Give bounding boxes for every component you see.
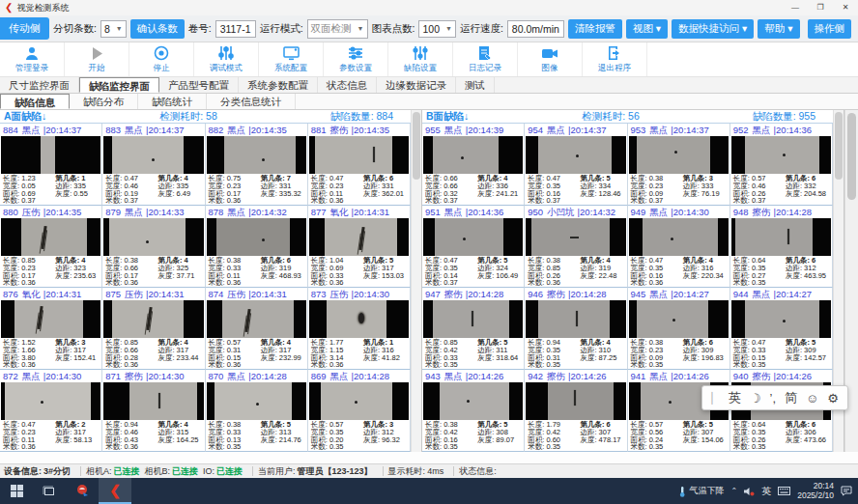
panel-scrollbar[interactable] (411, 110, 421, 452)
sub-tab-0[interactable]: 缺陷信息 (0, 94, 70, 109)
defect-card[interactable]: 874压伤|20:14:31 长度: 0.57宽度: 0.31面积: 0.15米… (206, 288, 308, 370)
metric: 灰度: 473.66 (786, 436, 832, 444)
operation-side-tag[interactable]: 操作侧 (808, 19, 852, 39)
main-tab-2[interactable]: 产品型号配置 (159, 77, 239, 93)
action-stop[interactable]: 停止 (129, 42, 194, 76)
defect-card[interactable]: 940擦伤|20:14:26 长度: 0.64宽度: 0.35面积: 0.26米… (730, 370, 833, 452)
main-tab-6[interactable]: 测试 (456, 77, 495, 93)
defect-card[interactable]: 942擦伤|20:14:26 长度: 1.79宽度: 0.42面积: 0.60米… (525, 370, 627, 452)
main-tab-4[interactable]: 状态信息 (318, 77, 377, 93)
defect-id: 951 (425, 207, 441, 217)
defect-card[interactable]: 871擦伤|20:14:30 长度: 0.94宽度: 0.46面积: 0.43米… (102, 370, 205, 452)
action-camera[interactable]: 图像 (518, 42, 583, 76)
defect-metrics-right: 第几条: 4边距: 317灰度: 233.44 (157, 339, 204, 369)
defect-card[interactable]: 948擦伤|20:14:28 长度: 0.64宽度: 0.35面积: 0.27米… (730, 206, 833, 288)
roll-number-input[interactable]: 3117-1 (215, 20, 256, 38)
defect-card[interactable]: 952黑点|20:14:36 长度: 0.57宽度: 0.46面积: 0.26米… (730, 124, 833, 206)
params-icon (348, 45, 363, 62)
defect-time: |20:14:30 (352, 289, 389, 299)
start-button[interactable] (0, 478, 33, 504)
defect-card[interactable]: 884黑点|20:14:37 长度: 1.23宽度: 0.05面积: 0.69米… (0, 124, 102, 206)
confirm-count-button[interactable]: 确认条数 (130, 19, 185, 39)
scrollbar-thumb[interactable] (847, 113, 856, 200)
defect-card[interactable]: 953黑点|20:14:37 长度: 0.38宽度: 0.23面积: 0.09米… (628, 124, 730, 206)
defect-card[interactable]: 875压伤|20:14:31 长度: 0.85宽度: 0.66面积: 0.28米… (102, 288, 205, 370)
defect-card[interactable]: 949黑点|20:14:30 长度: 0.47宽度: 0.35面积: 0.16米… (628, 206, 730, 288)
clear-alarm-button[interactable]: 清除报警 (568, 19, 622, 39)
tray-expand-button[interactable]: ⌃ (730, 487, 737, 495)
help-menu-button[interactable]: 帮助 ▾ (758, 19, 799, 39)
defect-card[interactable]: 883黑点|20:14:37 长度: 0.47宽度: 0.46面积: 0.19米… (102, 124, 205, 206)
scrollbar-thumb[interactable] (413, 112, 420, 180)
defect-card[interactable]: 872黑点|20:14:30 长度: 0.47宽度: 0.23面积: 0.11米… (0, 370, 102, 452)
defect-card[interactable]: 876氧化|20:14:31 长度: 1.52宽度: 1.66面积: 3.80米… (0, 288, 102, 370)
notification-center-button[interactable] (841, 486, 852, 496)
defect-card[interactable]: 877氧化|20:14:31 长度: 1.04宽度: 0.69面积: 0.33米… (308, 206, 411, 288)
defect-image (1, 300, 100, 339)
close-button[interactable]: ✕ (833, 0, 858, 15)
sub-tab-3[interactable]: 分类信息统计 (207, 94, 296, 109)
action-params[interactable]: 参数设置 (324, 42, 388, 76)
main-tab-1[interactable]: 缺陷监控界面 (79, 77, 159, 93)
defect-card[interactable]: 951黑点|20:14:36 长度: 0.47宽度: 0.35面积: 0.14米… (422, 206, 525, 288)
touch-keyboard-icon[interactable] (778, 487, 790, 495)
quick-access-menu-button[interactable]: 数据快捷访问 ▾ (672, 19, 754, 39)
volume-icon[interactable] (744, 487, 755, 496)
sub-tab-2[interactable]: 缺陷统计 (138, 94, 207, 109)
user-icon (24, 45, 40, 62)
material-strip (21, 218, 87, 257)
maximize-button[interactable]: ❐ (808, 0, 833, 15)
main-tab-5[interactable]: 边缘数据记录 (377, 77, 456, 93)
ime-item-0[interactable]: 英 (729, 389, 741, 406)
defect-card[interactable]: 944黑点|20:14:27 长度: 0.47宽度: 0.33面积: 0.15米… (730, 288, 833, 370)
ime-item-5[interactable]: ⚙ (827, 391, 839, 406)
chart-points-select[interactable]: 100▼ (418, 20, 455, 38)
defect-card[interactable]: 881擦伤|20:14:35 长度: 0.47宽度: 0.23面积: 0.11米… (308, 124, 411, 206)
action-log[interactable]: 日志记录 (453, 42, 518, 76)
defect-card[interactable]: 945黑点|20:14:27 长度: 0.38宽度: 0.23面积: 0.09米… (628, 288, 730, 370)
main-tab-3[interactable]: 系统参数配置 (239, 77, 318, 93)
action-monitor[interactable]: 系统配置 (259, 42, 324, 76)
defect-card[interactable]: 947擦伤|20:14:28 长度: 0.85宽度: 0.42面积: 0.33米… (422, 288, 525, 370)
defect-card[interactable]: 954黑点|20:14:37 长度: 0.47宽度: 0.35面积: 0.16米… (525, 124, 627, 206)
defect-card[interactable]: 882黑点|20:14:35 长度: 0.75宽度: 0.23面积: 0.17米… (206, 124, 308, 206)
split-count-select[interactable]: 8▼ (100, 20, 127, 38)
defect-card[interactable]: 946擦伤|20:14:28 长度: 0.94宽度: 0.35面积: 0.31米… (525, 288, 627, 370)
action-play[interactable]: 开始 (65, 42, 129, 76)
sub-tab-1[interactable]: 缺陷分布 (70, 94, 138, 109)
action-user[interactable]: 管理登录 (0, 42, 65, 76)
minimize-button[interactable]: — (783, 0, 808, 15)
ime-mode-indicator[interactable]: 英 (761, 485, 771, 498)
ime-item-3[interactable]: 简 (785, 389, 797, 406)
weather-tray-item[interactable]: 气温下降 (678, 485, 724, 497)
defect-type: 擦伤 (330, 125, 349, 135)
defect-card[interactable]: 941黑点|20:14:26 长度: 0.57宽度: 0.56面积: 0.24米… (628, 370, 730, 452)
defect-image (207, 136, 306, 175)
action-debug[interactable]: 调试模式 (194, 42, 259, 76)
drive-side-tag[interactable]: 传动侧 (0, 17, 49, 40)
action-exit[interactable]: 退出程序 (583, 42, 647, 76)
defect-card[interactable]: 873压伤|20:14:30 长度: 1.77宽度: 1.15面积: 3.14米… (308, 288, 411, 370)
task-view-button[interactable] (33, 478, 66, 504)
clock[interactable]: 20:14 2025/2/10 (797, 482, 834, 500)
inspection-app-button[interactable]: ❮ (99, 478, 131, 504)
defect-card[interactable]: 950小凹坑|20:14:32 长度: 0.38宽度: 0.85面积: 0.26… (525, 206, 627, 288)
defect-card[interactable]: 869黑点|20:14:28 长度: 0.57宽度: 0.35面积: 0.20米… (308, 370, 411, 452)
scrollbar-thumb[interactable] (835, 112, 843, 180)
run-mode-select[interactable]: 双面检测▼ (307, 19, 368, 39)
defect-card[interactable]: 955黑点|20:14:39 长度: 0.66宽度: 0.66面积: 0.32米… (422, 124, 525, 206)
defect-card[interactable]: 879黑点|20:14:33 长度: 0.38宽度: 0.66面积: 0.17米… (102, 206, 205, 288)
remote-app-button[interactable] (66, 478, 99, 504)
ime-item-1[interactable]: ☽ (750, 391, 761, 406)
current-user-label: 当前用户: (258, 465, 296, 478)
ime-item-4[interactable]: ☺ (806, 391, 818, 406)
action-defset[interactable]: 缺陷设置 (388, 42, 453, 76)
main-tab-0[interactable]: 尺寸监控界面 (0, 77, 79, 93)
defect-card[interactable]: 870黑点|20:14:28 长度: 0.38宽度: 0.33面积: 0.13米… (206, 370, 308, 452)
view-menu-button[interactable]: 视图 ▾ (626, 19, 668, 39)
defect-card[interactable]: 943黑点|20:14:26 长度: 0.38宽度: 0.42面积: 0.16米… (422, 370, 525, 452)
defect-card[interactable]: 878黑点|20:14:32 长度: 0.38宽度: 0.33面积: 0.11米… (206, 206, 308, 288)
ime-toolbar[interactable]: ▏ 英☽’,简☺⚙ (701, 385, 848, 410)
defect-card[interactable]: 880压伤|20:14:35 长度: 0.85宽度: 0.23面积: 0.17米… (0, 206, 102, 288)
ime-item-2[interactable]: ’, (770, 391, 777, 406)
